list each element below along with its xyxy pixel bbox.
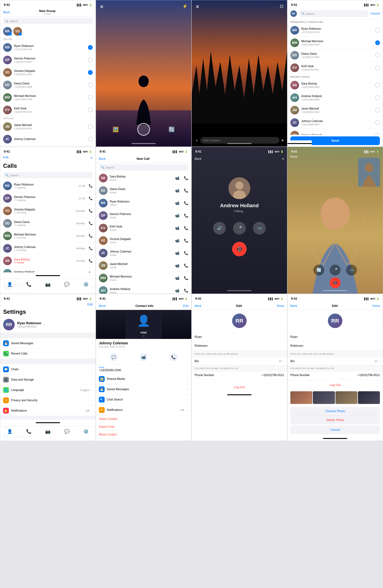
- photo-thumb-4[interactable]: [358, 391, 380, 404]
- settings-language[interactable]: 🌐 Language English: [0, 385, 96, 395]
- search-bar-new-group[interactable]: 🔍 Search: [3, 18, 93, 24]
- list-item-s-andrew[interactable]: AH Andrew Holland +1(812)388-0859: [287, 91, 383, 104]
- edit-avatar-photo-large[interactable]: RR: [328, 314, 342, 328]
- nc-phone-johnny[interactable]: 📞: [184, 251, 188, 255]
- list-item-s-janet[interactable]: JM Janet Mitchell +1(620)364-2045: [287, 104, 383, 116]
- calls-search[interactable]: 🔍 Search: [3, 172, 93, 178]
- edit-avatar-large[interactable]: RR: [232, 314, 247, 328]
- video-cam-btn[interactable]: 📹: [346, 265, 357, 275]
- nc-video-michael[interactable]: 📹: [175, 276, 180, 280]
- call-diana[interactable]: DD Diana Davis ↗ outgoing Monday 📞: [0, 217, 96, 230]
- nc-phone-sara[interactable]: 📞: [184, 176, 188, 180]
- logout-button-photo[interactable]: Log Out: [330, 383, 341, 387]
- edit-settings-button[interactable]: Edit: [88, 303, 93, 306]
- check-michael-circle[interactable]: [88, 95, 93, 100]
- check-ryan-circle[interactable]: ✓: [88, 45, 93, 50]
- edit-calls-button[interactable]: Edit: [3, 156, 8, 160]
- check-victoria-circle[interactable]: ✓: [88, 70, 93, 75]
- check-s-sara[interactable]: [375, 83, 380, 87]
- check-s-diana[interactable]: [375, 53, 380, 58]
- photo-thumb-2[interactable]: [313, 391, 335, 404]
- phone-value[interactable]: +1(620)364-2045: [99, 369, 188, 372]
- edit-contact-button[interactable]: Edit: [183, 304, 188, 308]
- call-michael[interactable]: MM Michael Morrison ↙ incoming Monday 📞: [0, 230, 96, 242]
- nc-video-andrew[interactable]: 📹: [175, 288, 180, 293]
- photo-thumb-1[interactable]: [290, 391, 312, 404]
- gallery-icon[interactable]: 🖼️: [113, 126, 119, 132]
- call-icon-dennis[interactable]: 📞: [89, 196, 93, 200]
- search-input[interactable]: 🔍 Search: [299, 10, 368, 17]
- photo-thumb-3[interactable]: [336, 391, 358, 404]
- tab-settings-calls[interactable]: ⚙️: [83, 282, 89, 287]
- back-button[interactable]: Back: [3, 11, 10, 14]
- search-user-avatar[interactable]: RR: [290, 10, 297, 17]
- nc-phone-andrew[interactable]: 📞: [184, 288, 188, 293]
- call-icon-johnny[interactable]: 📞: [89, 246, 93, 250]
- new-call-search[interactable]: 🔍 Search: [99, 164, 188, 170]
- done-edit-button[interactable]: Done: [277, 304, 284, 308]
- list-item-diana[interactable]: DD Diana Davis +1(206)612-5866: [0, 79, 96, 91]
- mute-button[interactable]: 🎤: [233, 222, 246, 235]
- nc-andrew[interactable]: AH Andrew Holland Online 📹 📞: [96, 284, 191, 294]
- message-action[interactable]: 💬: [110, 353, 118, 361]
- settings-notifs[interactable]: 🔔 Notifications Off: [0, 406, 96, 416]
- choose-photo-button[interactable]: Choose Photo: [290, 407, 380, 416]
- call-action[interactable]: 📞: [170, 353, 178, 361]
- nc-phone-diana[interactable]: 📞: [184, 189, 188, 193]
- nc-ryan[interactable]: RR Ryan Robinson Online 📹 📞: [96, 197, 191, 210]
- list-item-s-sara[interactable]: SB Sara Bishop +1(812)388-0859: [287, 79, 383, 91]
- selected-avatar-ryan[interactable]: RR ✓: [3, 27, 12, 36]
- call-icon-diana[interactable]: 📞: [89, 221, 93, 225]
- nc-video-ryan[interactable]: 📹: [175, 201, 180, 205]
- selected-avatar-victoria[interactable]: VD ✓: [13, 27, 22, 36]
- list-item-kirill[interactable]: KV Kirill Vovk +1(810)796-5521: [0, 104, 96, 116]
- ci-search[interactable]: 🔍 Chat Search: [96, 395, 191, 405]
- list-item-s-kirill[interactable]: KV Kirill Vovk +1(810)796-5521: [287, 62, 383, 74]
- nc-video-victoria[interactable]: 📹: [175, 238, 180, 243]
- back-video[interactable]: Back: [290, 155, 297, 158]
- nc-sara[interactable]: SB Sara Bishop Online 📹 📞: [96, 172, 191, 184]
- last-name-field[interactable]: Robinson: [195, 344, 284, 348]
- check-s-michael[interactable]: ✓: [375, 41, 380, 45]
- nc-janet[interactable]: JM Janet Mitchell Online 📹 📞: [96, 259, 191, 272]
- flash-icon[interactable]: ⚡: [182, 4, 188, 9]
- ci-saved[interactable]: 💾 Saved Messages: [96, 384, 191, 395]
- list-item-s-ryan[interactable]: RR Ryan Robinson +1(712)332-5748: [287, 24, 383, 37]
- list-item-victoria[interactable]: VD Victoria Delgado +1(859)281-4533 ✓: [0, 66, 96, 79]
- check-s-ryan[interactable]: [375, 28, 380, 33]
- tab-contacts-s[interactable]: 👤: [7, 429, 13, 434]
- list-item-michael[interactable]: MM Michael Morrison +1(517)480-2269: [0, 91, 96, 104]
- tab-settings-s[interactable]: ⚙️: [83, 429, 89, 434]
- shutter-button[interactable]: [137, 123, 150, 136]
- list-item-johnny[interactable]: JC Johnny Coleman: [0, 133, 96, 146]
- list-item-s-michael[interactable]: MM Michael Morrison +1(517)480-2269 ✓: [287, 37, 383, 49]
- call-icon-ryan[interactable]: 📞: [89, 184, 93, 188]
- first-name-field[interactable]: Ryan: [195, 335, 284, 339]
- nc-michael[interactable]: MM Michael Morrison Online 📹 📞: [96, 272, 191, 284]
- pip-video[interactable]: [358, 158, 380, 187]
- tab-contacts[interactable]: 👤: [7, 282, 13, 287]
- call-sara[interactable]: SB Sara Bishop ✕ missed Sunday 📞: [0, 255, 96, 267]
- cancel-button[interactable]: Cancel: [370, 12, 380, 15]
- call-ryan[interactable]: RR Ryan Robinson ↗ outgoing 22:48 📞: [0, 180, 96, 192]
- video-mute-btn[interactable]: 🎤: [330, 265, 340, 275]
- nc-phone-victoria[interactable]: 📞: [184, 238, 188, 243]
- ci-notifs[interactable]: 🔔 Notifications Off: [96, 405, 191, 415]
- tab-camera-s[interactable]: 📷: [45, 429, 51, 434]
- tab-calls[interactable]: 📞: [26, 282, 32, 287]
- nc-video-johnny[interactable]: 📹: [175, 251, 180, 255]
- nc-video-sara[interactable]: 📹: [175, 176, 180, 180]
- check-s-kirill[interactable]: [375, 65, 380, 70]
- back-calling[interactable]: Back: [195, 157, 202, 161]
- settings-privacy[interactable]: 🔒 Privacy and Security: [0, 395, 96, 406]
- check-kirill-circle[interactable]: [88, 108, 93, 112]
- tab-chat[interactable]: 💬: [64, 282, 70, 287]
- close-button-caption[interactable]: ✕: [195, 4, 200, 10]
- settings-data[interactable]: 🗄️ Data and Storage: [0, 375, 96, 385]
- nc-diana[interactable]: DD Diana Davis Online 📹 📞: [96, 184, 191, 197]
- back-edit[interactable]: Back: [195, 304, 202, 308]
- call-icon-sara[interactable]: 📞: [89, 259, 93, 263]
- close-button[interactable]: ✕: [100, 4, 104, 10]
- nc-dennis[interactable]: DP Dennis Peterson Online 📹 📞: [96, 210, 191, 222]
- crop-icon[interactable]: ⊡: [280, 4, 283, 9]
